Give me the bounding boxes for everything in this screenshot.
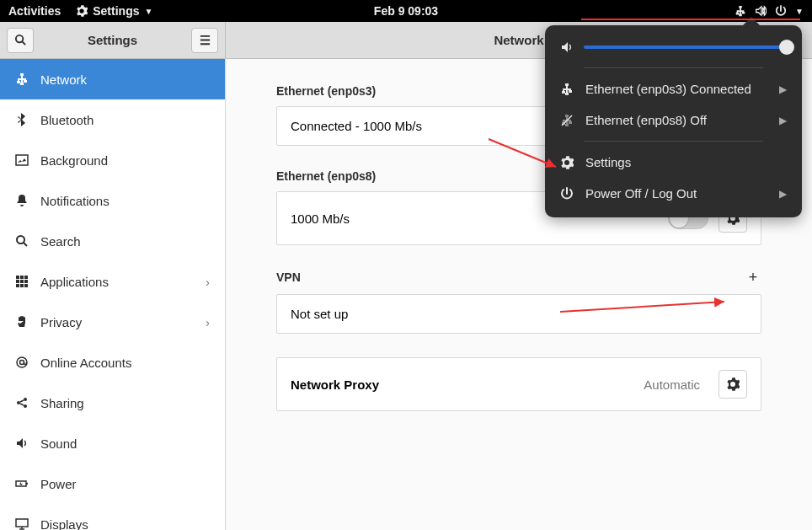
- wired-off-icon: [560, 114, 574, 127]
- vpn-add-button[interactable]: +: [745, 269, 761, 286]
- panel-ethernet1-label: Ethernet (enp0s3) Connected: [585, 82, 751, 96]
- sidebar-item-displays[interactable]: Displays: [0, 504, 225, 530]
- network-proxy-row[interactable]: Network Proxy Automatic: [276, 357, 761, 411]
- svg-rect-12: [20, 284, 24, 287]
- sidebar-item-sharing[interactable]: Sharing: [0, 383, 225, 423]
- chevron-right-icon: ›: [206, 315, 210, 329]
- chevron-right-icon: ▶: [779, 188, 787, 200]
- grid-icon: [15, 275, 29, 288]
- sidebar-item-label: Privacy: [40, 315, 82, 329]
- sidebar-item-network[interactable]: Network: [0, 59, 225, 99]
- svg-rect-11: [16, 284, 19, 287]
- power-icon: [775, 5, 787, 17]
- sidebar-item-online-accounts[interactable]: Online Accounts: [0, 342, 225, 383]
- hamburger-button[interactable]: [191, 28, 218, 53]
- chevron-down-icon: ▼: [795, 7, 804, 16]
- chevron-down-icon: ▼: [144, 7, 152, 16]
- panel-ethernet2-label: Ethernet (enp0s8) Off: [585, 113, 707, 127]
- sidebar-item-sound[interactable]: Sound: [0, 423, 225, 463]
- svg-point-18: [24, 404, 27, 408]
- sidebar-item-label: Network: [40, 72, 87, 87]
- chevron-right-icon: ›: [206, 275, 210, 289]
- svg-rect-7: [24, 276, 28, 279]
- sidebar-item-label: Sharing: [40, 396, 84, 410]
- proxy-label: Network Proxy: [291, 377, 379, 392]
- vpn-row: Not set up: [276, 294, 761, 334]
- panel-power[interactable]: Power Off / Log Out ▶: [560, 178, 787, 209]
- at-icon: [15, 356, 29, 369]
- hand-icon: [15, 315, 29, 329]
- sidebar-item-label: Power: [40, 477, 77, 491]
- app-menu-button[interactable]: Settings ▼: [76, 4, 152, 18]
- background-icon: [15, 153, 29, 167]
- share-icon: [15, 396, 29, 410]
- top-bar: Activities Settings ▼ Feb 9 09:03 ▼: [0, 0, 812, 22]
- sidebar-item-label: Applications: [40, 275, 109, 289]
- gear-icon: [726, 377, 740, 391]
- sidebar-item-bluetooth[interactable]: Bluetooth: [0, 99, 225, 140]
- volume-slider[interactable]: [584, 46, 787, 49]
- volume-icon: [755, 5, 767, 17]
- separator: [584, 67, 763, 68]
- panel-ethernet2[interactable]: Ethernet (enp0s8) Off ▶: [560, 104, 787, 136]
- svg-rect-9: [20, 280, 24, 283]
- system-status-panel: Ethernet (enp0s3) Connected ▶ Ethernet (…: [545, 25, 802, 217]
- clock[interactable]: Feb 9 09:03: [374, 4, 438, 18]
- svg-rect-10: [24, 280, 28, 283]
- sidebar-item-notifications[interactable]: Notifications: [0, 180, 225, 221]
- bluetooth-icon: [15, 113, 29, 126]
- svg-point-16: [17, 401, 20, 404]
- sidebar-item-background[interactable]: Background: [0, 140, 225, 180]
- svg-point-3: [17, 236, 24, 244]
- svg-rect-5: [16, 276, 19, 279]
- svg-rect-21: [16, 519, 28, 527]
- panel-ethernet1[interactable]: Ethernet (enp0s3) Connected ▶: [560, 73, 787, 104]
- sidebar-item-search[interactable]: Search: [0, 221, 225, 261]
- svg-line-1: [22, 41, 25, 45]
- display-icon: [15, 517, 29, 530]
- svg-rect-13: [24, 284, 28, 287]
- svg-point-17: [24, 398, 27, 401]
- bell-icon: [15, 194, 29, 207]
- sidebar-item-label: Online Accounts: [40, 356, 131, 370]
- svg-rect-8: [16, 280, 19, 283]
- speaker-icon: [560, 40, 574, 54]
- gear-icon: [76, 5, 88, 17]
- sidebar-item-label: Notifications: [40, 194, 110, 208]
- chevron-right-icon: ▶: [779, 115, 787, 126]
- panel-power-label: Power Off / Log Out: [585, 186, 697, 201]
- svg-point-0: [15, 35, 22, 42]
- sidebar-item-label: Sound: [40, 436, 77, 451]
- chevron-right-icon: ▶: [779, 83, 787, 95]
- sidebar-title: Settings: [34, 33, 191, 47]
- app-menu-label: Settings: [93, 4, 139, 18]
- svg-rect-2: [16, 155, 28, 165]
- separator: [584, 141, 763, 142]
- proxy-value: Automatic: [644, 377, 700, 392]
- status-area[interactable]: ▼: [735, 5, 804, 17]
- vpn-label: VPN +: [276, 269, 761, 286]
- svg-rect-20: [26, 483, 28, 484]
- sidebar-item-power[interactable]: Power: [0, 463, 225, 504]
- network-icon: [15, 72, 29, 86]
- sidebar-item-label: Displays: [40, 517, 88, 531]
- sidebar-item-label: Bluetooth: [40, 113, 93, 127]
- menu-icon: [199, 34, 211, 46]
- gear-icon: [560, 156, 574, 169]
- network-icon: [735, 5, 746, 17]
- ethernet2-status: 1000 Mb/s: [291, 211, 350, 226]
- panel-settings-label: Settings: [585, 155, 631, 169]
- sidebar-item-label: Search: [40, 234, 81, 249]
- sidebar: Network Bluetooth Background Notificatio…: [0, 59, 226, 530]
- svg-line-4: [24, 243, 27, 246]
- panel-settings[interactable]: Settings: [560, 147, 787, 178]
- speaker-icon: [15, 436, 29, 450]
- sidebar-item-privacy[interactable]: Privacy ›: [0, 302, 225, 342]
- proxy-settings-button[interactable]: [719, 370, 747, 399]
- sidebar-item-applications[interactable]: Applications ›: [0, 261, 225, 302]
- sidebar-item-label: Background: [40, 153, 108, 168]
- battery-icon: [15, 477, 29, 490]
- activities-button[interactable]: Activities: [8, 4, 61, 18]
- vpn-label-text: VPN: [276, 270, 301, 284]
- search-button[interactable]: [7, 28, 34, 53]
